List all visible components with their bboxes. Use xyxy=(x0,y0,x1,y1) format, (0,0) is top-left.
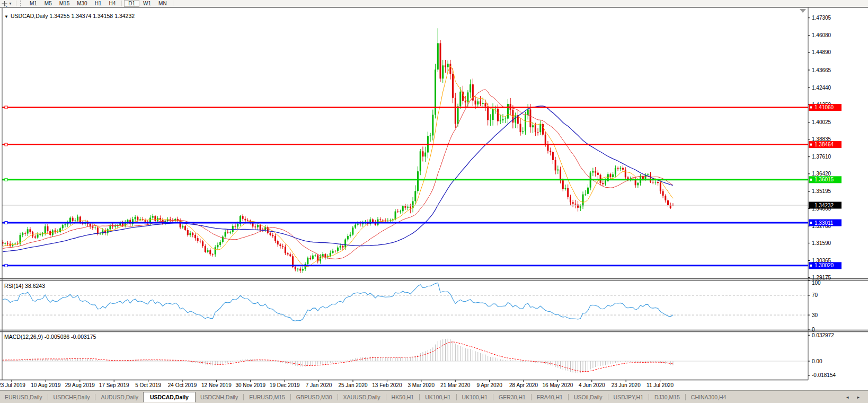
tab-separator xyxy=(685,394,686,400)
tab-separator xyxy=(568,394,569,400)
timeframe-button-D1[interactable]: D1 xyxy=(124,0,139,7)
axis-label-1.30020: 1.30020 xyxy=(809,262,842,269)
timeframe-button-W1[interactable]: W1 xyxy=(139,0,155,7)
tab-usdchf-daily[interactable]: USDCHF,Daily xyxy=(49,392,95,402)
tab-usdcnh-daily[interactable]: USDCNH,Daily xyxy=(196,392,243,402)
tab-audusd-daily[interactable]: AUDUSD,Daily xyxy=(96,392,143,402)
tab-china300-h4[interactable]: CHINA300,H4 xyxy=(686,392,731,402)
timeframe-button-H1[interactable]: H1 xyxy=(91,0,105,7)
svg-text:1.36420: 1.36420 xyxy=(812,171,831,177)
tab-eurusd-daily[interactable]: EURUSD,Daily xyxy=(0,392,47,402)
tab-separator xyxy=(649,394,649,400)
svg-text:30: 30 xyxy=(812,312,818,318)
svg-text:9 Apr 2020: 9 Apr 2020 xyxy=(476,382,502,388)
svg-text:16 May 2020: 16 May 2020 xyxy=(542,382,573,388)
svg-text:1.44890: 1.44890 xyxy=(812,49,831,55)
svg-text:4 Jun 2020: 4 Jun 2020 xyxy=(579,382,605,388)
tab-xauusd-daily[interactable]: XAUUSD,Daily xyxy=(339,392,385,402)
chart-title-ohlc: USDCAD,Daily 1.34255 1.34374 1.34158 1.3… xyxy=(11,13,135,19)
line-drag-handle[interactable] xyxy=(5,143,7,146)
tab-usoil-daily[interactable]: USOil,Daily xyxy=(569,392,607,402)
tab-ger30-h1[interactable]: GER30,H1 xyxy=(494,392,530,402)
tab-scroll-left-icon[interactable]: ◂ xyxy=(846,395,849,400)
price-level-line-1.36015[interactable] xyxy=(2,178,808,181)
svg-text:5 Oct 2019: 5 Oct 2019 xyxy=(135,382,161,388)
svg-text:1.35195: 1.35195 xyxy=(812,188,831,194)
macd-pane xyxy=(2,339,808,373)
tab-gbpusd-m30[interactable]: GBPUSD,M30 xyxy=(291,392,337,402)
svg-text:1.37610: 1.37610 xyxy=(812,154,831,160)
svg-text:1.46080: 1.46080 xyxy=(812,32,831,38)
svg-text:1.43665: 1.43665 xyxy=(812,67,831,73)
svg-text:1.30020: 1.30020 xyxy=(814,262,834,268)
svg-text:7 Jan 2020: 7 Jan 2020 xyxy=(306,382,332,388)
tab-uk100-h1[interactable]: UK100,H1 xyxy=(420,392,455,402)
svg-text:1.41060: 1.41060 xyxy=(814,104,834,110)
timeframe-button-M15[interactable]: M15 xyxy=(56,0,73,7)
tab-separator xyxy=(243,394,244,400)
svg-text:1.33011: 1.33011 xyxy=(814,220,834,226)
timeframe-button-M30[interactable]: M30 xyxy=(73,0,91,7)
tab-separator xyxy=(419,394,420,400)
chevron-down-icon[interactable]: ▼ xyxy=(8,2,12,5)
svg-text:70: 70 xyxy=(812,292,818,298)
svg-text:1.40025: 1.40025 xyxy=(812,119,831,125)
axis-label-1.41060: 1.41060 xyxy=(809,104,842,111)
svg-text:19 Dec 2019: 19 Dec 2019 xyxy=(270,382,300,388)
tab-usdjpy-h1[interactable]: USDJPY,H1 xyxy=(609,392,648,402)
axis-label-1.33011: 1.33011 xyxy=(809,220,842,226)
price-level-line-1.30020[interactable] xyxy=(2,264,808,267)
svg-text:23 Jul 2019: 23 Jul 2019 xyxy=(0,382,25,388)
tab-hk50-h1[interactable]: HK50,H1 xyxy=(387,392,419,402)
tab-scroll-right-icon[interactable]: ▸ xyxy=(857,395,860,400)
tab-separator xyxy=(531,394,532,400)
svg-text:21 Mar 2020: 21 Mar 2020 xyxy=(440,382,471,388)
timeframe-button-M1[interactable]: M1 xyxy=(26,0,41,7)
timeframe-buttons: M1M5M15M30H1H4D1W1MN xyxy=(26,0,175,7)
tab-fra40-h1[interactable]: FRA40,H1 xyxy=(532,392,568,402)
rsi-pane xyxy=(2,283,808,321)
tab-scroll-arrows: ◂▸ xyxy=(846,395,868,400)
tab-dj30-m15[interactable]: DJ30,M15 xyxy=(650,392,685,402)
macd-signal-line xyxy=(3,342,673,372)
svg-text:-0.018154: -0.018154 xyxy=(812,372,836,378)
line-drag-handle[interactable] xyxy=(5,222,7,224)
svg-text:17 Sep 2019: 17 Sep 2019 xyxy=(99,382,129,388)
timeframe-button-M5[interactable]: M5 xyxy=(41,0,56,7)
line-drag-handle[interactable] xyxy=(5,106,7,109)
svg-text:10 Aug 2019: 10 Aug 2019 xyxy=(31,382,61,388)
svg-text:0.00: 0.00 xyxy=(812,358,822,364)
toolbar-separator xyxy=(173,1,173,6)
current-price-axis-label: 1.34232 xyxy=(809,202,842,209)
timeframe-button-H4[interactable]: H4 xyxy=(105,0,119,7)
chart-canvas[interactable]: 1.473051.460801.448901.436651.424401.412… xyxy=(0,7,868,390)
price-level-line-1.38464[interactable] xyxy=(2,143,808,146)
candlestick-series xyxy=(2,28,674,273)
tab-separator xyxy=(48,394,48,400)
svg-text:3 Mar 2020: 3 Mar 2020 xyxy=(408,382,435,388)
timeframe-button-MN[interactable]: MN xyxy=(155,0,171,7)
tab-separator xyxy=(493,394,493,400)
chart-shift-marker-icon[interactable] xyxy=(800,9,806,13)
crosshair-cursor-icon[interactable] xyxy=(1,0,8,7)
tab-separator xyxy=(386,394,386,400)
toolbar-grip-handle[interactable] xyxy=(20,1,23,6)
price-axis: 1.473051.460801.448901.436651.424401.412… xyxy=(808,15,842,378)
toolbar-separator xyxy=(16,1,16,6)
svg-text:24 Oct 2019: 24 Oct 2019 xyxy=(168,382,197,388)
tab-separator xyxy=(338,394,338,400)
macd-label: MACD(12,26,9) -0.005036 -0.003175 xyxy=(4,334,96,340)
svg-text:1.31590: 1.31590 xyxy=(812,240,831,246)
svg-text:1.38464: 1.38464 xyxy=(814,142,834,147)
tab-usdcad-daily[interactable]: USDCAD,Daily xyxy=(143,392,196,402)
price-level-line-1.41060[interactable] xyxy=(2,106,808,109)
tab-uk100-h1[interactable]: UK100,H1 xyxy=(457,392,492,402)
macd-histogram xyxy=(3,339,673,373)
line-drag-handle[interactable] xyxy=(5,264,7,267)
pane-labels: ▼USDCAD,Daily 1.34255 1.34374 1.34158 1.… xyxy=(4,13,135,340)
ma-line-mid xyxy=(3,90,673,259)
svg-text:29 Aug 2019: 29 Aug 2019 xyxy=(65,382,95,388)
tab-eurusd-m15[interactable]: EURUSD,M15 xyxy=(244,392,290,402)
tab-separator xyxy=(456,394,457,400)
line-drag-handle[interactable] xyxy=(5,178,7,181)
